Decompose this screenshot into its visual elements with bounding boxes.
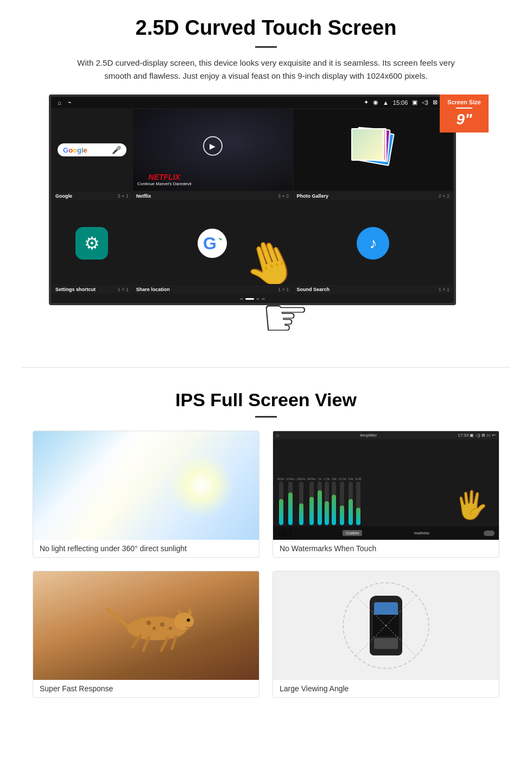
eq-track-12-5k — [340, 482, 344, 525]
eq-bar-sub: SUB — [355, 477, 362, 525]
amplifier-image: ⌂ Amplifier 17:33 ▣ ◁) ⊠ ▭ ↩ 60hz 100hz — [273, 431, 499, 540]
screen-size-badge: Screen Size 9" — [440, 94, 489, 133]
eq-track-10k — [332, 482, 336, 525]
settings-app-cell[interactable]: ⚙ — [52, 203, 132, 284]
google-label: Google 3 × 1 — [52, 192, 132, 200]
app-grid-row1: Google 🎤 ▶ NETFLIX Continue Marvel's Dar… — [51, 108, 454, 192]
netflix-info: NETFLIX Continue Marvel's Daredevil — [137, 173, 192, 186]
sound-search-cell[interactable]: ♪ — [293, 203, 453, 284]
photo-gallery-label: Photo Gallery 2 × 2 — [293, 192, 453, 200]
section1-title: 2.5D Curved Touch Screen — [33, 16, 499, 40]
device-wrapper: Screen Size 9" ⌂ ⌁ ✦ ◉ ▲ 15:06 ▣ ◁) ⊠ — [49, 94, 483, 305]
feature-cheetah: Super Fast Response — [33, 571, 259, 698]
car-label: Large Viewing Angle — [273, 680, 499, 697]
eq-label-2-5k: 2.5k — [324, 477, 330, 481]
eq-fill-200hz — [299, 503, 303, 525]
svg-marker-4 — [177, 608, 183, 615]
eq-fill-500hz — [309, 497, 314, 525]
netflix-play-button[interactable]: ▶ — [203, 136, 223, 156]
google-app-name: Google — [55, 193, 72, 199]
usb-icon: ⌁ — [68, 99, 72, 106]
title-underline — [255, 46, 277, 48]
eq-fill-15k — [349, 499, 353, 525]
pointing-hand-icon: ☞ — [261, 286, 310, 349]
eq-bar-500hz: 500hz — [307, 477, 316, 525]
pagination-dot-3 — [256, 298, 259, 300]
eq-label-200hz: 200hz — [296, 477, 305, 481]
eq-label-100hz: 100hz — [286, 477, 295, 481]
cell-label-row2: Settings shortcut 1 × 1 Share location 1… — [51, 285, 454, 295]
google-logo: Google — [63, 146, 87, 154]
eq-track-sub — [356, 482, 360, 525]
eq-label-10k: 10k — [331, 477, 337, 481]
photo-card-4 — [351, 128, 384, 161]
feature-grid: No light reflecting under 360° direct su… — [33, 431, 499, 698]
section-ips-screen: IPS Full Screen View No light reflecting… — [0, 373, 532, 714]
eq-track-1k — [318, 482, 322, 525]
sunlight-label: No light reflecting under 360° direct su… — [33, 540, 259, 557]
status-bar: ⌂ ⌁ ✦ ◉ ▲ 15:06 ▣ ◁) ⊠ ▭ — [51, 97, 454, 108]
viewing-angle-svg — [344, 583, 428, 668]
feature-amplifier: ⌂ Amplifier 17:33 ▣ ◁) ⊠ ▭ ↩ 60hz 100hz — [273, 431, 499, 558]
location-icon: ◉ — [373, 99, 378, 106]
pagination-dot-1 — [240, 298, 243, 300]
eq-bar-60hz: 60hz — [277, 477, 284, 525]
eq-fill-12-5k — [340, 506, 344, 525]
section-curved-screen: 2.5D Curved Touch Screen With 2.5D curve… — [0, 0, 532, 362]
eq-fill-60hz — [279, 499, 283, 525]
eq-label-500hz: 500hz — [307, 477, 316, 481]
camera-icon: ▣ — [412, 99, 417, 106]
google-search-bar[interactable]: Google 🎤 — [58, 143, 126, 156]
eq-fill-10k — [332, 495, 336, 525]
svg-point-13 — [147, 621, 151, 625]
google-maps-icon: G — [198, 229, 227, 258]
amp-bottom-bar: ◁◁ Custom loudness — [273, 526, 499, 540]
eq-fill-2-5k — [325, 501, 329, 525]
eq-label-sub: SUB — [355, 477, 362, 481]
eq-bar-100hz: 100hz — [286, 477, 295, 525]
section2-title: IPS Full Screen View — [33, 389, 499, 411]
settings-app-size: 1 × 1 — [118, 287, 129, 292]
amp-title: Amplifier — [360, 433, 377, 438]
pagination-dots — [51, 295, 454, 303]
eq-bar-12-5k: 12.5k — [338, 477, 346, 525]
netflix-logo: NETFLIX — [137, 173, 192, 181]
amp-loudness-toggle[interactable] — [484, 531, 495, 536]
netflix-app-cell[interactable]: ▶ NETFLIX Continue Marvel's Daredevil — [133, 109, 293, 191]
svg-point-10 — [160, 622, 164, 627]
section1-description: With 2.5D curved-display screen, this de… — [76, 56, 456, 83]
netflix-app-name: Netflix — [136, 193, 151, 199]
google-mic-icon[interactable]: 🎤 — [112, 146, 121, 154]
eq-track-15k — [349, 482, 353, 525]
share-location-cell[interactable]: G 🤚 — [133, 203, 293, 284]
photo-gallery-cell[interactable] — [293, 109, 453, 191]
section-divider — [22, 367, 510, 368]
photo-stack — [351, 128, 395, 172]
svg-line-17 — [354, 626, 387, 658]
eq-label-15k: 15k — [348, 477, 353, 481]
amp-content: 60hz 100hz 200hz — [273, 439, 499, 526]
amp-topbar: ⌂ Amplifier 17:33 ▣ ◁) ⊠ ▭ ↩ — [273, 431, 499, 439]
svg-point-12 — [169, 627, 172, 630]
svg-point-11 — [153, 627, 156, 630]
eq-bar-15k: 15k — [348, 477, 353, 525]
battery-icon: ⊠ — [433, 99, 438, 106]
car-image — [273, 571, 499, 680]
home-icon[interactable]: ⌂ — [58, 99, 61, 106]
volume-icon: ◁) — [422, 99, 428, 106]
badge-label: Screen Size — [443, 99, 485, 105]
svg-line-8 — [143, 638, 149, 651]
eq-track-60hz — [279, 482, 283, 525]
amp-loudness-label: loudness — [414, 531, 429, 535]
hand-section: ☞ — [33, 307, 499, 351]
amp-custom-button[interactable]: Custom — [343, 530, 362, 536]
eq-track-2-5k — [325, 482, 329, 525]
app-grid-row2: ⚙ G 🤚 ♪ — [51, 201, 454, 285]
gear-icon: ⚙ — [84, 233, 100, 254]
bluetooth-icon: ✦ — [364, 99, 369, 106]
wifi-icon: ▲ — [383, 99, 389, 106]
feature-sunlight: No light reflecting under 360° direct su… — [33, 431, 259, 558]
netflix-app-size: 3 × 2 — [278, 193, 289, 199]
amplifier-label: No Watermarks When Touch — [273, 540, 499, 557]
google-app-cell[interactable]: Google 🎤 — [52, 109, 132, 191]
